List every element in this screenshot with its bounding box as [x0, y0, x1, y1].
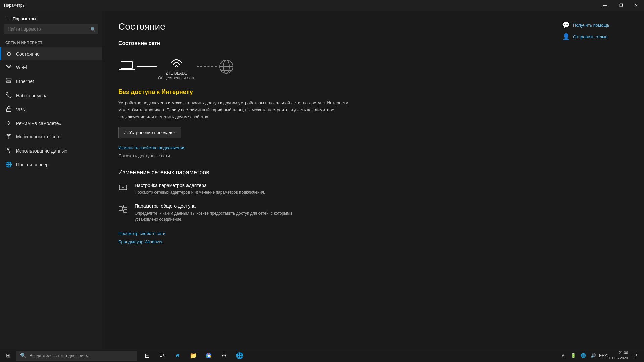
internet-device	[218, 58, 235, 75]
sharing-settings-item[interactable]: Параметры общего доступа Определите, к к…	[118, 203, 541, 222]
sidebar-item-status[interactable]: ⊕ Состояние	[0, 47, 102, 60]
adapter-settings-item[interactable]: Настройка параметров адаптера Просмотр с…	[118, 183, 541, 195]
network-tray-icon[interactable]: 🌐	[579, 349, 588, 362]
language-indicator[interactable]: FRA	[599, 349, 608, 362]
svg-point-16	[208, 354, 210, 357]
help-icon: 💬	[562, 21, 570, 29]
edge-app[interactable]: e	[170, 349, 185, 362]
taskbar-search-text: Введите здесь текст для поиска	[30, 353, 89, 358]
change-settings-title: Изменение сетевых параметров	[118, 169, 541, 176]
sidebar-section-title: Сеть и Интернет	[0, 39, 102, 47]
search-box: 🔍	[4, 24, 98, 34]
taskbar-apps: ⊟ 🛍 e 📁 ⚙ 🌐	[137, 349, 250, 362]
help-link[interactable]: Получить помощь	[573, 23, 609, 28]
store-app[interactable]: 🛍	[155, 349, 170, 362]
laptop-device	[118, 60, 135, 73]
feedback-link[interactable]: Отправить отзыв	[573, 34, 607, 39]
clock[interactable]: 21:06 01.05.2020	[609, 350, 628, 361]
svg-rect-4	[121, 61, 132, 69]
show-networks-link[interactable]: Показать доступные сети	[118, 153, 541, 158]
dialup-icon	[5, 92, 12, 99]
status-warning-text: Без доступа к Интернету	[118, 88, 541, 96]
sidebar-item-label-proxy: Прокси-сервер	[16, 162, 49, 167]
sidebar-item-dialup[interactable]: Набор номера	[0, 88, 102, 103]
sidebar-item-hotspot[interactable]: Мобильный хот-спот	[0, 130, 102, 144]
change-connection-link[interactable]: Изменить свойства подключения	[118, 145, 185, 150]
taskbar-search[interactable]: 🔍 Введите здесь текст для поиска	[16, 351, 137, 361]
taskview-button[interactable]: ⊟	[140, 349, 154, 362]
svg-rect-14	[124, 210, 127, 213]
connection-line-dashed	[197, 66, 217, 67]
sidebar-item-label-vpn: VPN	[16, 107, 26, 112]
sharing-icon	[118, 204, 129, 216]
status-icon: ⊕	[5, 51, 12, 57]
ethernet-icon	[5, 78, 12, 85]
feedback-link-item[interactable]: 👤 Отправить отзыв	[562, 33, 639, 40]
svg-rect-5	[119, 69, 135, 70]
router-device: ZTE BLADE Общественная сеть	[158, 53, 195, 80]
firewall-link[interactable]: Брандмауэр Windows	[118, 239, 162, 244]
network-diagram: ZTE BLADE Общественная сеть	[118, 53, 541, 80]
globe-icon	[218, 58, 235, 75]
back-arrow-icon: ←	[5, 16, 10, 21]
settings-app[interactable]: ⚙	[217, 349, 231, 362]
sidebar-item-label-dialup: Набор номера	[16, 93, 48, 98]
content-area: Состояние Состояние сети	[102, 11, 557, 349]
svg-rect-2	[6, 109, 11, 111]
sidebar-item-airplane[interactable]: ✈ Режим «в самолете»	[0, 117, 102, 130]
view-properties-link[interactable]: Просмотр свойств сети	[118, 231, 165, 236]
close-button[interactable]: ✕	[629, 0, 644, 11]
feedback-icon: 👤	[562, 33, 570, 40]
minimize-button[interactable]: —	[598, 0, 613, 11]
svg-rect-12	[119, 207, 122, 211]
page-title: Состояние	[118, 21, 541, 32]
sidebar-item-proxy[interactable]: 🌐 Прокси-сервер	[0, 158, 102, 171]
ime-app[interactable]: 🌐	[232, 349, 247, 362]
volume-icon[interactable]: 🔊	[589, 349, 598, 362]
search-icon[interactable]: 🔍	[90, 26, 96, 32]
svg-point-3	[8, 138, 9, 138]
laptop-icon	[118, 60, 135, 73]
back-button[interactable]: ← Параметры	[0, 13, 102, 24]
chrome-app[interactable]	[201, 349, 216, 362]
sidebar-item-label-ethernet: Ethernet	[16, 79, 34, 84]
router-icon	[168, 53, 185, 70]
title-bar-controls: — ❐ ✕	[598, 0, 644, 11]
notification-button[interactable]: 🗨	[629, 349, 640, 362]
sidebar-item-datausage[interactable]: Использование данных	[0, 144, 102, 158]
tray-chevron[interactable]: ∧	[558, 349, 568, 362]
svg-rect-13	[124, 205, 127, 208]
network-type: Общественная сеть	[158, 76, 195, 80]
start-button[interactable]: ⊞	[0, 349, 16, 362]
status-description: Устройство подключено и может получить д…	[118, 100, 353, 120]
adapter-settings-title: Настройка параметров адаптера	[135, 183, 265, 188]
troubleshoot-button[interactable]: ⚠ Устранение неполадок	[118, 127, 181, 138]
taskbar: ⊞ 🔍 Введите здесь текст для поиска ⊟ 🛍 e…	[0, 349, 644, 362]
sidebar-item-label-datausage: Использование данных	[16, 148, 67, 154]
clock-time: 21:06	[609, 350, 628, 355]
main-window: ← Параметры 🔍 Сеть и Интернет ⊕ Состояни…	[0, 11, 644, 349]
adapter-settings-desc: Просмотр сетевых адаптеров и изменение п…	[135, 189, 265, 195]
sidebar-item-label-wifi: Wi-Fi	[16, 65, 27, 70]
clock-date: 01.05.2020	[609, 356, 628, 361]
help-link-item[interactable]: 💬 Получить помощь	[562, 21, 639, 29]
vpn-icon	[5, 106, 12, 113]
network-status-title: Состояние сети	[118, 40, 541, 46]
airplane-icon: ✈	[5, 120, 12, 126]
battery-icon[interactable]: 🔋	[569, 349, 578, 362]
adapter-icon	[118, 183, 129, 195]
sidebar-item-vpn[interactable]: VPN	[0, 103, 102, 117]
sidebar-item-wifi[interactable]: Wi-Fi	[0, 60, 102, 74]
svg-rect-1	[6, 78, 11, 80]
maximize-button[interactable]: ❐	[613, 0, 629, 11]
sidebar-item-label-airplane: Режим «в самолете»	[16, 121, 61, 126]
taskbar-right: ∧ 🔋 🌐 🔊 FRA 21:06 01.05.2020 🗨	[558, 349, 644, 362]
sidebar-item-ethernet[interactable]: Ethernet	[0, 74, 102, 88]
title-bar: Параметры — ❐ ✕	[0, 0, 644, 11]
explorer-app[interactable]: 📁	[186, 349, 201, 362]
sharing-settings-desc: Определите, к каким данным вы хотите пре…	[135, 210, 302, 222]
title-bar-title: Параметры	[4, 3, 25, 8]
hotspot-icon	[5, 133, 12, 140]
search-input[interactable]	[4, 24, 98, 34]
connection-line-solid	[137, 66, 157, 67]
